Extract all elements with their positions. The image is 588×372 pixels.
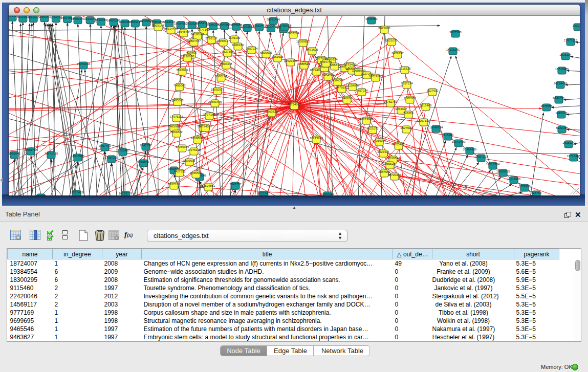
svg-text:1362615: 1362615	[271, 55, 284, 58]
svg-text:16961758: 16961758	[24, 148, 38, 151]
svg-text:9115460: 9115460	[420, 104, 432, 107]
svg-text:12213967: 12213967	[360, 118, 374, 121]
svg-text:6899695: 6899695	[27, 16, 39, 19]
svg-text:18300295: 18300295	[496, 170, 510, 173]
svg-text:15692971: 15692971	[211, 88, 225, 91]
svg-text:9777169: 9777169	[203, 113, 215, 116]
svg-text:2935114: 2935114	[560, 53, 572, 56]
svg-text:10756928: 10756928	[278, 24, 292, 27]
svg-text:8186328: 8186328	[207, 23, 220, 26]
svg-text:13524851: 13524851	[202, 184, 215, 187]
svg-text:19218506: 19218506	[71, 155, 85, 158]
svg-text:6497568: 6497568	[219, 23, 231, 26]
svg-text:2342737: 2342737	[140, 144, 152, 147]
svg-text:9465546: 9465546	[9, 152, 20, 155]
svg-text:7663822: 7663822	[266, 110, 278, 113]
svg-text:23226058: 23226058	[181, 55, 194, 58]
svg-text:15692971: 15692971	[71, 17, 85, 20]
svg-text:2803144: 2803144	[152, 24, 164, 27]
svg-text:20364436: 20364436	[554, 82, 568, 85]
svg-text:18724007: 18724007	[199, 125, 212, 128]
svg-text:18724007: 18724007	[288, 103, 301, 106]
svg-text:10655267: 10655267	[383, 162, 397, 165]
svg-text:8454749: 8454749	[322, 74, 334, 77]
svg-text:17359924: 17359924	[373, 139, 386, 142]
svg-text:1621072: 1621072	[385, 39, 398, 42]
svg-text:9527508: 9527508	[449, 31, 462, 34]
svg-text:9777169: 9777169	[198, 28, 210, 31]
svg-text:252214: 252214	[573, 24, 580, 27]
svg-text:1733426: 1733426	[344, 63, 356, 66]
svg-text:1615132: 1615132	[555, 112, 568, 115]
svg-text:2935114: 2935114	[563, 141, 575, 144]
svg-text:10807487: 10807487	[187, 39, 201, 42]
svg-text:16648784: 16648784	[177, 30, 191, 33]
svg-text:12923448: 12923448	[284, 59, 298, 62]
svg-text:7485063: 7485063	[171, 99, 184, 102]
svg-text:1022334: 1022334	[377, 150, 389, 154]
svg-text:17975115: 17975115	[187, 148, 201, 151]
svg-text:3915301: 3915301	[442, 134, 454, 137]
svg-text:15720407: 15720407	[116, 149, 130, 152]
svg-text:9465546: 9465546	[137, 160, 149, 163]
svg-text:746266: 746266	[403, 112, 414, 115]
svg-text:10958127: 10958127	[216, 39, 230, 42]
svg-text:8322037: 8322037	[556, 126, 568, 129]
svg-text:9699695: 9699695	[183, 159, 195, 162]
svg-text:9227342: 9227342	[257, 192, 270, 195]
svg-text:8990448: 8990448	[220, 62, 232, 65]
svg-text:9084067: 9084067	[38, 16, 51, 18]
svg-text:17975115: 17975115	[170, 115, 184, 118]
svg-text:9465546: 9465546	[190, 171, 202, 174]
svg-text:12213362: 12213362	[310, 137, 323, 140]
svg-text:12923448: 12923448	[264, 25, 278, 28]
svg-text:7857234: 7857234	[287, 32, 299, 35]
svg-text:17957223: 17957223	[150, 20, 164, 24]
svg-text:3875685: 3875685	[540, 104, 553, 107]
svg-text:17016504: 17016504	[386, 157, 400, 160]
svg-text:12093872: 12093872	[296, 40, 310, 43]
svg-text:3267130: 3267130	[168, 183, 180, 186]
svg-text:1733426: 1733426	[518, 185, 531, 188]
svg-text:3267130: 3267130	[418, 119, 430, 122]
svg-text:9463627: 9463627	[395, 107, 407, 111]
svg-text:20691406: 20691406	[208, 100, 222, 103]
svg-text:1621072: 1621072	[366, 127, 379, 130]
svg-text:6899695: 6899695	[260, 51, 272, 54]
svg-text:7857234: 7857234	[246, 47, 258, 50]
svg-text:746266: 746266	[342, 97, 353, 100]
svg-text:252214: 252214	[36, 194, 47, 195]
svg-text:10654112: 10654112	[321, 192, 335, 195]
svg-text:7857234: 7857234	[356, 89, 368, 92]
svg-text:2342737: 2342737	[229, 183, 242, 186]
svg-text:17957223: 17957223	[105, 156, 119, 159]
svg-text:1527602: 1527602	[426, 89, 439, 92]
svg-text:9527508: 9527508	[222, 50, 234, 53]
svg-text:15716485: 15716485	[555, 68, 569, 71]
svg-text:7515526: 7515526	[399, 67, 411, 70]
svg-text:7857234: 7857234	[401, 82, 413, 85]
svg-text:3427552: 3427552	[173, 170, 186, 173]
svg-text:7632621: 7632621	[176, 69, 188, 72]
svg-text:14136141: 14136141	[191, 33, 205, 36]
svg-text:6479197: 6479197	[391, 52, 404, 55]
svg-text:7485063: 7485063	[173, 84, 186, 87]
svg-text:7663822: 7663822	[170, 130, 183, 134]
svg-text:8471626: 8471626	[306, 48, 318, 51]
svg-text:16914479: 16914479	[164, 27, 178, 30]
svg-text:8471626: 8471626	[378, 27, 390, 30]
svg-text:20364436: 20364436	[463, 148, 477, 151]
svg-text:1588520: 1588520	[298, 62, 310, 65]
svg-text:2087682: 2087682	[404, 97, 416, 100]
svg-text:15720407: 15720407	[388, 173, 402, 177]
svg-text:8813054: 8813054	[95, 18, 107, 21]
svg-text:9245652: 9245652	[365, 17, 378, 20]
svg-text:8454749: 8454749	[320, 60, 332, 63]
svg-text:2718126: 2718126	[205, 37, 217, 40]
svg-text:29053346: 29053346	[77, 62, 91, 65]
svg-text:1527602: 1527602	[400, 126, 412, 129]
svg-text:17016504: 17016504	[486, 163, 500, 166]
svg-text:16154838: 16154838	[346, 84, 360, 87]
svg-text:14136141: 14136141	[446, 48, 460, 51]
svg-text:17975115: 17975115	[564, 39, 578, 42]
